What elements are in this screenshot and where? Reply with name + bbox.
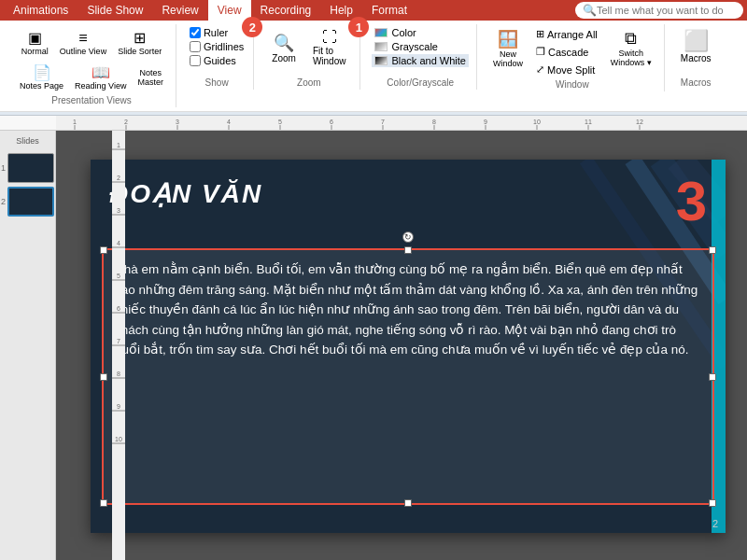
move-split-icon: ⤢ xyxy=(536,63,544,76)
ruler-svg: 1 2 3 4 5 6 7 8 9 10 11 12 xyxy=(56,116,747,131)
ribbon-group-show: Ruler Gridlines Guides 2 Show xyxy=(180,24,254,90)
menu-slideshow[interactable]: Slide Show xyxy=(78,0,152,21)
fit-window-label: Fit toWindow xyxy=(313,46,346,66)
ruler-label: Ruler xyxy=(204,27,228,38)
cascade-btn[interactable]: ❐ Cascade xyxy=(531,44,602,60)
svg-text:6: 6 xyxy=(330,119,333,125)
text-box[interactable]: ↻ Nhà em nằm cạnh biển. Buổi tối, em vẫn… xyxy=(102,248,714,505)
reading-view-btn[interactable]: 📖 Reading View xyxy=(70,61,131,93)
color-group-label: Color/Grayscale xyxy=(387,77,454,88)
gridlines-label: Gridlines xyxy=(204,41,244,52)
sorter-icon: ⊞ xyxy=(134,29,146,47)
slide-thumb-2[interactable] xyxy=(7,187,54,217)
outline-icon: ≡ xyxy=(78,30,87,47)
panel-header: Slides xyxy=(16,136,39,146)
handle-tr[interactable] xyxy=(709,246,716,254)
svg-text:4: 4 xyxy=(117,240,120,246)
ruler-bar: 1 2 3 4 5 6 7 8 9 10 11 12 xyxy=(0,116,747,131)
guides-label: Guides xyxy=(204,55,236,66)
macros-label: Macros xyxy=(681,53,712,63)
svg-text:7: 7 xyxy=(117,338,120,344)
notes-master-btn[interactable]: NotesMaster xyxy=(133,65,168,90)
svg-text:9: 9 xyxy=(484,119,487,125)
switch-windows-label: SwitchWindows ▾ xyxy=(611,49,652,67)
svg-text:3: 3 xyxy=(117,207,120,214)
arrange-all-icon: ⊞ xyxy=(536,28,544,40)
menu-help[interactable]: Help xyxy=(320,0,362,21)
slide-thumb-1[interactable] xyxy=(7,153,54,183)
handle-tc[interactable] xyxy=(404,246,412,254)
v-ruler-svg: 1 2 3 4 5 6 7 8 9 10 xyxy=(112,131,125,560)
svg-text:1: 1 xyxy=(117,142,120,148)
search-bar[interactable]: 🔍 xyxy=(575,2,743,19)
svg-text:5: 5 xyxy=(117,273,120,279)
svg-text:4: 4 xyxy=(227,119,231,125)
handle-br[interactable] xyxy=(709,499,716,507)
svg-text:8: 8 xyxy=(117,371,120,377)
slide-sorter-btn[interactable]: ⊞ Slide Sorter xyxy=(113,26,166,59)
arrange-all-btn[interactable]: ⊞ Arrange All xyxy=(531,26,602,42)
slide-area: 1 2 3 4 5 6 7 8 9 10 xyxy=(56,131,747,560)
menu-animations[interactable]: Animations xyxy=(4,0,78,21)
color-option-bw[interactable]: Black and White xyxy=(372,54,468,67)
svg-text:11: 11 xyxy=(585,119,592,125)
menu-format[interactable]: Format xyxy=(362,0,416,21)
menu-bar: Animations Slide Show Review View Record… xyxy=(0,0,747,21)
master-label: NotesMaster xyxy=(137,68,163,87)
arrange-all-label: Arrange All xyxy=(547,29,598,40)
macros-group-label: Macros xyxy=(681,77,712,88)
move-split-btn[interactable]: ⤢ Move Split xyxy=(531,62,602,77)
normal-view-btn[interactable]: ▣ Normal xyxy=(17,26,53,59)
color-dot-bw xyxy=(374,56,388,65)
handle-mr[interactable] xyxy=(709,373,716,381)
svg-text:7: 7 xyxy=(381,119,385,125)
reading-icon: 📖 xyxy=(92,63,110,81)
macros-btn[interactable]: ⬜ Macros xyxy=(676,26,716,66)
menu-recording[interactable]: Recording xyxy=(251,0,321,21)
menu-view[interactable]: View xyxy=(208,0,251,21)
color-dot-grayscale xyxy=(374,42,388,51)
slides-panel: Slides 1 2 xyxy=(0,131,56,560)
new-window-btn[interactable]: 🪟 NewWindow xyxy=(488,26,528,71)
notes-page-btn[interactable]: 📄 Notes Page xyxy=(15,61,68,93)
normal-icon: ▣ xyxy=(28,29,42,47)
slide-body-text: Nhà em nằm cạnh biển. Buổi tối, em vẫn t… xyxy=(115,259,701,360)
new-window-label: NewWindow xyxy=(493,49,523,68)
fit-window-button[interactable]: ⛶ Fit toWindow xyxy=(306,26,353,69)
zoom-button[interactable]: 🔍 Zoom xyxy=(265,30,303,66)
ruler-checkbox[interactable] xyxy=(190,27,201,38)
handle-ml[interactable] xyxy=(100,373,107,381)
ribbon-group-color: Color Grayscale Black and White Color/Gr… xyxy=(364,24,476,90)
ruler-checkbox-row[interactable]: Ruler xyxy=(188,26,230,39)
ribbon-group-window: 🪟 NewWindow ⊞ Arrange All ❐ Cascade ⤢ Mo… xyxy=(481,24,665,91)
svg-text:6: 6 xyxy=(117,305,120,312)
slide-thumb-2-wrapper[interactable]: 2 xyxy=(1,187,54,217)
guides-checkbox[interactable] xyxy=(190,55,201,66)
handle-bl[interactable] xyxy=(100,499,107,507)
color-option-grayscale[interactable]: Grayscale xyxy=(372,40,468,53)
move-split-label: Move Split xyxy=(547,64,595,76)
zoom-group-label: Zoom xyxy=(297,77,321,88)
menu-review[interactable]: Review xyxy=(152,0,207,21)
handle-tl[interactable] xyxy=(100,246,107,254)
rotate-handle[interactable]: ↻ xyxy=(402,231,414,243)
color-option-color[interactable]: Color xyxy=(372,26,468,39)
guides-checkbox-row[interactable]: Guides xyxy=(188,54,238,67)
gridlines-checkbox[interactable] xyxy=(190,41,201,52)
svg-text:10: 10 xyxy=(115,436,122,442)
fit-window-icon: ⛶ xyxy=(322,29,337,46)
svg-rect-0 xyxy=(56,116,747,131)
svg-text:2: 2 xyxy=(124,119,128,125)
views-group-label: Presentation Views xyxy=(51,95,131,105)
switch-windows-btn[interactable]: ⧉ SwitchWindows ▾ xyxy=(606,26,656,70)
handle-bc[interactable] xyxy=(404,499,412,507)
slide: ĐOẠN VĂN 3 ↻ Nhà em nằm cạnh biển. Buổi … xyxy=(91,160,726,533)
outline-view-btn[interactable]: ≡ Outline View xyxy=(55,27,111,59)
gridlines-checkbox-row[interactable]: Gridlines xyxy=(188,40,246,53)
ribbon: ▣ Normal ≡ Outline View ⊞ Slide Sorter 📄… xyxy=(0,21,747,116)
slide-thumb-1-wrapper[interactable]: 1 xyxy=(1,153,54,183)
slide-number: 3 xyxy=(676,169,707,233)
search-input[interactable] xyxy=(597,5,727,16)
vertical-ruler: 1 2 3 4 5 6 7 8 9 10 xyxy=(112,131,125,560)
color-label-color: Color xyxy=(391,27,416,38)
